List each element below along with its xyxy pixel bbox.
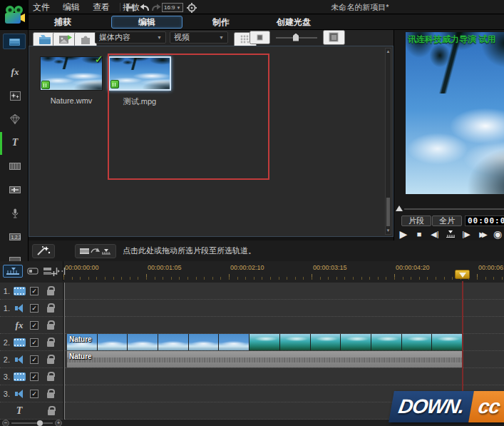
track-enable-checkbox[interactable]: ✓ bbox=[30, 372, 38, 381]
track-lane-audio-1[interactable] bbox=[65, 300, 504, 317]
zoom-in-icon[interactable] bbox=[323, 30, 345, 45]
title-room-icon[interactable]: T bbox=[6, 135, 24, 151]
track-header-title-7[interactable]: T bbox=[0, 402, 63, 420]
seek-thumb[interactable] bbox=[396, 206, 403, 211]
track-lock-icon[interactable] bbox=[48, 410, 55, 415]
save-icon[interactable] bbox=[125, 2, 135, 13]
menu-item-2[interactable]: 查看 bbox=[92, 1, 110, 14]
storyboard-view-icon[interactable] bbox=[26, 265, 40, 278]
tab-2[interactable]: 制作 bbox=[202, 15, 240, 30]
track-enable-checkbox[interactable]: ✓ bbox=[30, 338, 38, 347]
track-lane-fx-2[interactable] bbox=[65, 317, 504, 334]
track-lock-icon[interactable] bbox=[47, 324, 54, 330]
timeline-view-icon[interactable] bbox=[3, 265, 23, 278]
powerdirector-window: 文件编辑查看播放 16:9 ▼ 未命名的新项目* 捕获编辑制作创建光盘 bbox=[0, 0, 504, 426]
preview-seekbar[interactable] bbox=[394, 206, 504, 213]
scrollbar-thumb[interactable] bbox=[386, 198, 390, 226]
clip-frame bbox=[341, 334, 371, 350]
track-lock-icon[interactable] bbox=[47, 307, 54, 313]
play-icon[interactable]: ▶ bbox=[397, 228, 410, 240]
chevron-down-icon: ▼ bbox=[219, 35, 224, 40]
ruler-label-4: 00:00:04:20 bbox=[396, 264, 430, 271]
media-room-icon[interactable] bbox=[3, 34, 26, 49]
video-track-icon bbox=[14, 372, 26, 381]
zoom-out-icon[interactable] bbox=[250, 31, 270, 44]
track-lock-icon[interactable] bbox=[47, 358, 54, 364]
track-enable-checkbox[interactable]: ✓ bbox=[30, 304, 38, 313]
clip-mode-button[interactable]: 片段 bbox=[401, 215, 431, 226]
watermark-navy-block: DOWN. bbox=[389, 391, 474, 422]
preview-panel: 讯连科技威力导演 试用 片段 全片 00:00:00:00 ▶■◀||▶▶▶◉● bbox=[394, 30, 504, 240]
timeline-zoom-thumb[interactable] bbox=[37, 420, 43, 426]
track-lane-video-3[interactable]: Nature bbox=[65, 334, 504, 351]
track-header-audio-6[interactable]: 3.✓ bbox=[0, 385, 63, 402]
tab-0[interactable]: 捕获 bbox=[41, 15, 84, 30]
track-lane-audio-4[interactable]: Nature bbox=[65, 351, 504, 368]
media-type-dropdown[interactable]: 视频 ▼ bbox=[170, 31, 228, 44]
fast-forward-icon[interactable]: ▶▶ bbox=[475, 228, 488, 240]
settings-gear-icon[interactable] bbox=[187, 2, 197, 13]
voice-over-room-icon[interactable] bbox=[6, 206, 24, 221]
undo-icon[interactable] bbox=[139, 2, 150, 13]
track-lock-icon[interactable] bbox=[47, 392, 54, 398]
next-frame-icon[interactable]: |▶ bbox=[460, 228, 473, 240]
scroll-up-icon[interactable]: ▲ bbox=[386, 49, 391, 55]
particle-room-icon[interactable] bbox=[6, 111, 24, 127]
zoom-in-icon[interactable]: + bbox=[55, 420, 62, 426]
seek-track[interactable] bbox=[404, 208, 504, 210]
media-thumbnail-0[interactable]: ✓ bbox=[40, 56, 103, 91]
track-lane-video-0[interactable] bbox=[65, 283, 504, 300]
track-enable-checkbox[interactable]: ✓ bbox=[30, 390, 38, 398]
track-header-video-5[interactable]: 3.✓ bbox=[0, 368, 63, 385]
tab-3[interactable]: 创建光盘 bbox=[264, 15, 324, 30]
timeline-video-clip[interactable]: Nature bbox=[67, 334, 463, 350]
audio-track-icon bbox=[15, 390, 24, 398]
chapter-room-icon[interactable]: 1,2,3 bbox=[6, 229, 24, 245]
clip-frame bbox=[280, 334, 311, 350]
track-header-video-0[interactable]: 1.✓ bbox=[0, 283, 63, 300]
magic-wand-icon[interactable] bbox=[32, 244, 55, 258]
video-overlay-room-icon[interactable] bbox=[6, 158, 24, 174]
track-header-video-3[interactable]: 2.✓ bbox=[0, 334, 63, 351]
timecode-display: 00:00:00:00 bbox=[465, 215, 504, 226]
clip-frame bbox=[371, 334, 402, 350]
playhead-marker[interactable] bbox=[455, 270, 470, 279]
track-header-audio-4[interactable]: 2.✓ bbox=[0, 351, 63, 368]
plugin-icon[interactable] bbox=[74, 32, 97, 47]
movie-mode-button[interactable]: 全片 bbox=[432, 215, 462, 226]
track-lane-video-5[interactable] bbox=[65, 368, 504, 385]
zoom-out-icon[interactable]: − bbox=[2, 420, 9, 426]
audio-mixing-room-icon[interactable] bbox=[6, 182, 24, 198]
track-enable-checkbox[interactable]: ✓ bbox=[30, 355, 38, 364]
timeline-ruler[interactable]: 00:00:00:0000:00:01:0500:00:02:1000:00:0… bbox=[63, 261, 504, 281]
redo-icon[interactable] bbox=[151, 2, 162, 13]
track-header-audio-1[interactable]: 1.✓ bbox=[0, 300, 63, 317]
thumbnail-zoom-thumb[interactable] bbox=[293, 34, 299, 41]
menu-item-1[interactable]: 编辑 bbox=[62, 1, 81, 14]
timeline-zoom-track[interactable] bbox=[11, 422, 53, 424]
thumbnail-zoom-track[interactable] bbox=[276, 37, 317, 39]
marker-ruler-icon[interactable] bbox=[444, 228, 457, 240]
aspect-ratio-selector[interactable]: 16:9 ▼ bbox=[162, 3, 183, 12]
menu-item-0[interactable]: 文件 bbox=[32, 1, 51, 14]
track-lock-icon[interactable] bbox=[47, 375, 54, 381]
snapshot-icon[interactable]: ◉ bbox=[491, 228, 504, 240]
tab-1[interactable]: 编辑 bbox=[111, 16, 182, 29]
track-enable-checkbox[interactable]: ✓ bbox=[30, 321, 38, 330]
add-track-icon[interactable] bbox=[41, 265, 57, 278]
thumbnail-zoom-control bbox=[250, 31, 346, 44]
scroll-down-icon[interactable]: ▼ bbox=[386, 228, 391, 234]
previous-frame-icon[interactable]: ◀| bbox=[428, 228, 441, 240]
library-scrollbar[interactable]: ▲ ▼ bbox=[385, 48, 391, 235]
track-lock-icon[interactable] bbox=[47, 290, 54, 295]
timeline-audio-clip[interactable]: Nature bbox=[67, 351, 463, 367]
insert-to-track-icon[interactable] bbox=[75, 244, 116, 258]
transition-room-icon[interactable] bbox=[6, 88, 24, 103]
track-enable-checkbox[interactable]: ✓ bbox=[30, 287, 38, 295]
track-lock-icon[interactable] bbox=[47, 341, 54, 347]
stop-icon[interactable]: ■ bbox=[413, 228, 426, 240]
menu-divider bbox=[120, 3, 120, 11]
effect-room-icon[interactable]: fx bbox=[6, 64, 24, 80]
library-filter-dropdown[interactable]: 媒体内容 ▼ bbox=[95, 31, 166, 44]
track-header-fx-2[interactable]: fx✓ bbox=[0, 317, 63, 334]
